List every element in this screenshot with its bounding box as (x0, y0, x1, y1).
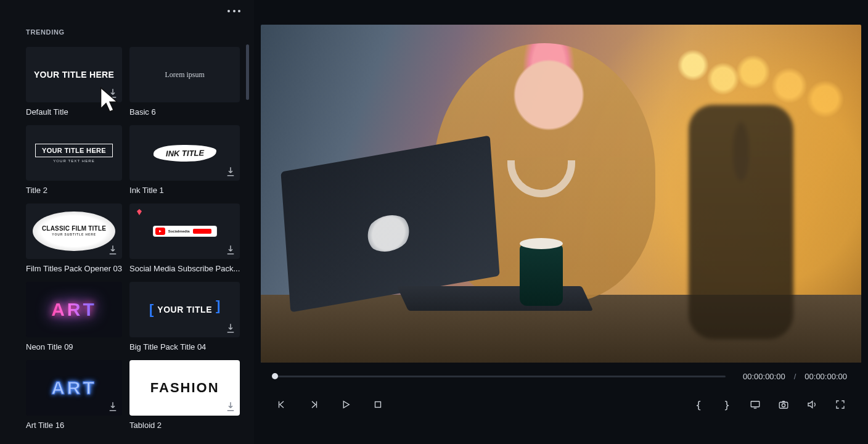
playback-controls: { } (254, 390, 868, 419)
video-preview-wrapper (254, 0, 868, 363)
title-item-social-media-subscribe[interactable]: Socialmedia Social Media Subscribe Pack.… (129, 204, 240, 273)
title-label: Default Title (26, 107, 122, 117)
timecode-group: 00:00:00:00 / 00:00:00:00 (743, 372, 847, 381)
title-label: Social Media Subscribe Pack... (129, 264, 240, 273)
title-item-neon-title-09[interactable]: ART Neon Title 09 (26, 282, 122, 352)
title-thumbnail: Lorem ipsum (129, 47, 240, 102)
more-options-button[interactable] (227, 10, 240, 12)
title-thumbnail: CLASSIC FILM TITLE YOUR SUBTITLE HERE (26, 204, 122, 259)
playback-controls-left (275, 398, 385, 411)
title-item-art-title-16[interactable]: ART Art Title 16 (26, 360, 122, 430)
download-icon (107, 244, 118, 255)
download-icon (107, 88, 118, 99)
thumbnail-text: CLASSIC FILM TITLE YOUR SUBTITLE HERE (33, 212, 115, 252)
title-thumbnail: FASHION (129, 360, 240, 416)
timecode-total: 00:00:00:00 (805, 372, 847, 381)
thumbnail-text: [ YOUR TITLE ] (149, 302, 220, 318)
thumbnail-text: YOUR TITLE HERE YOUR TEXT HERE (35, 144, 113, 163)
title-label: Ink Title 1 (129, 186, 240, 195)
premium-icon (136, 208, 143, 216)
browser-scrollbar[interactable] (246, 44, 249, 100)
title-item-big-title-pack-04[interactable]: [ YOUR TITLE ] Big Title Pack Title 04 (129, 282, 240, 352)
title-thumbnail: YOUR TITLE HERE (26, 47, 122, 102)
title-item-default-title[interactable]: YOUR TITLE HERE Default Title (26, 47, 122, 117)
play-button[interactable] (339, 398, 353, 411)
thumbnail-text: ART (51, 300, 97, 319)
download-icon (225, 323, 236, 334)
download-icon (225, 244, 236, 255)
timeline-track[interactable] (275, 376, 726, 377)
browser-top-bar (0, 0, 254, 22)
app-root: TRENDING YOUR TITLE HERE Default Title (0, 0, 868, 444)
thumbnail-text: Socialmedia (154, 226, 216, 236)
svg-point-3 (782, 404, 785, 407)
title-thumbnail: [ YOUR TITLE ] (129, 282, 240, 337)
display-button[interactable] (748, 398, 762, 411)
title-browser-scroll: YOUR TITLE HERE Default Title Lorem ipsu… (0, 38, 254, 444)
svg-rect-2 (779, 402, 788, 408)
download-icon (225, 401, 236, 412)
volume-button[interactable] (805, 398, 819, 411)
timeline-bar: 00:00:00:00 / 00:00:00:00 (254, 363, 868, 390)
youtube-icon (155, 228, 165, 235)
thumbnail-text: YOUR TITLE HERE (34, 70, 114, 80)
mark-out-button[interactable]: } (720, 398, 734, 411)
scene-background-person (689, 105, 793, 339)
section-header: TRENDING (0, 22, 254, 38)
thumbnail-text: FASHION (150, 381, 219, 395)
download-icon (225, 166, 236, 177)
timecode-separator: / (794, 372, 796, 381)
title-thumbnail: ART (26, 360, 122, 416)
thumbnail-text: Lorem ipsum (165, 70, 205, 80)
thumbnail-text: ART (51, 379, 97, 397)
svg-rect-0 (375, 402, 381, 408)
title-label: Art Title 16 (26, 421, 122, 430)
title-browser: TRENDING YOUR TITLE HERE Default Title (0, 0, 254, 444)
title-thumbnail: INK TITLE (129, 125, 240, 181)
video-preview[interactable] (261, 25, 861, 363)
timecode-current: 00:00:00:00 (743, 372, 785, 381)
title-label: Basic 6 (129, 107, 240, 117)
thumbnail-text: INK TITLE (153, 144, 216, 162)
previous-frame-button[interactable] (275, 398, 289, 411)
download-icon (107, 401, 118, 412)
mark-in-button[interactable]: { (692, 398, 705, 411)
title-label: Tabloid 2 (129, 421, 240, 430)
title-thumbnail: Socialmedia (129, 204, 240, 259)
playback-controls-right: { } (692, 398, 847, 411)
scene-keyboard (397, 286, 594, 311)
title-label: Big Title Pack Title 04 (129, 342, 240, 352)
snapshot-button[interactable] (777, 398, 790, 411)
title-label: Neon Title 09 (26, 342, 122, 352)
title-item-film-titles-pack-opener-03[interactable]: CLASSIC FILM TITLE YOUR SUBTITLE HERE Fi… (26, 204, 122, 273)
scene-cup (520, 244, 563, 306)
title-item-tabloid-2[interactable]: FASHION Tabloid 2 (129, 360, 240, 430)
title-thumbnail: YOUR TITLE HERE YOUR TEXT HERE (26, 125, 122, 181)
title-grid: YOUR TITLE HERE Default Title Lorem ipsu… (0, 38, 254, 442)
fullscreen-button[interactable] (833, 398, 847, 411)
svg-rect-1 (751, 401, 760, 407)
title-label: Film Titles Pack Opener 03 (26, 264, 122, 273)
title-item-title-2[interactable]: YOUR TITLE HERE YOUR TEXT HERE Title 2 (26, 125, 122, 195)
next-frame-button[interactable] (307, 398, 321, 411)
title-label: Title 2 (26, 186, 122, 195)
playhead[interactable] (272, 373, 278, 379)
title-thumbnail: ART (26, 282, 122, 337)
title-item-basic-6[interactable]: Lorem ipsum Basic 6 (129, 47, 240, 117)
stop-button[interactable] (371, 398, 385, 411)
preview-panel: 00:00:00:00 / 00:00:00:00 (254, 0, 868, 444)
title-item-ink-title-1[interactable]: INK TITLE Ink Title 1 (129, 125, 240, 195)
